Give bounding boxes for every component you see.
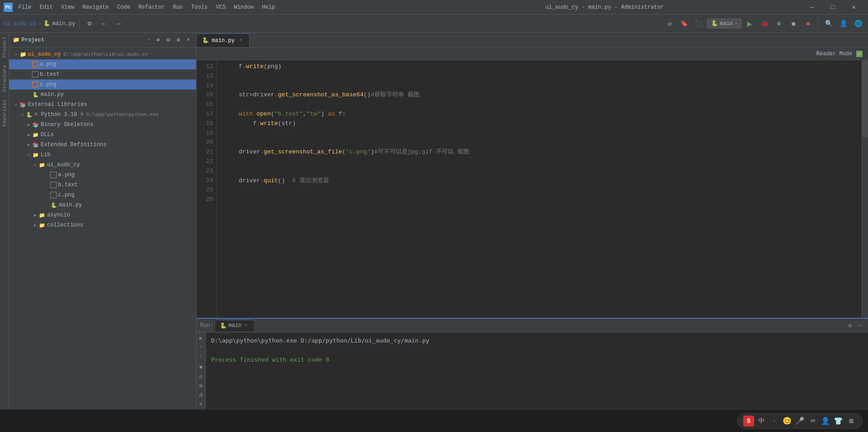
tree-expand-lib[interactable]: ▾ (26, 152, 32, 158)
maximize-button[interactable]: □ (822, 0, 843, 15)
project-label[interactable]: Project (1, 33, 8, 61)
menu-help[interactable]: Help (258, 3, 279, 11)
menu-file[interactable]: File (15, 3, 35, 11)
terminal-run-button[interactable]: ▶ (197, 334, 205, 342)
terminal-btn-4[interactable]: ⊟ (197, 373, 205, 380)
tab-label: main.py (212, 37, 234, 44)
minimap-thumb[interactable] (863, 60, 868, 137)
terminal-tab-main[interactable]: 🐍 main × (215, 320, 254, 332)
menu-window[interactable]: Window (230, 3, 257, 11)
ime-emoji-button[interactable]: 😊 (782, 416, 793, 427)
bookmark-button[interactable]: 🔖 (678, 17, 691, 30)
tab-bar: 🐍 main.py × (197, 33, 868, 47)
menu-navigate[interactable]: Navigate (79, 3, 112, 11)
project-locate-button[interactable]: ⊕ (154, 36, 162, 44)
terminal-settings-button[interactable]: ⚙ (846, 321, 854, 330)
menu-refactor[interactable]: Refactor (135, 3, 169, 11)
add-user-button[interactable]: 👤 (837, 17, 850, 30)
tree-python-item[interactable]: ▾ 🐍 < Python 3.10 > D:\app\python\python… (9, 110, 196, 120)
menu-edit[interactable]: Edit (36, 3, 57, 11)
navigate-forward-button[interactable]: → (112, 17, 125, 30)
run-stop-button[interactable]: ■ (802, 17, 815, 30)
tree-extended-defs[interactable]: ▶ 📚 Extended Definitions (9, 140, 196, 150)
tree-lib-btext[interactable]: b.text (9, 180, 196, 190)
menu-view[interactable]: View (58, 3, 78, 11)
project-settings-button2[interactable]: ⚙ (174, 36, 182, 44)
project-close-button[interactable]: × (184, 36, 192, 44)
breadcrumb-project[interactable]: ui_audo_cy (4, 21, 37, 27)
ime-widget: S 中 · 😊 🎤 ⌨ 👤 👕 ⊞ (737, 413, 863, 429)
tree-asyncio[interactable]: ▶ 📁 asyncio (9, 210, 196, 220)
run-profile-button[interactable]: ◉ (787, 17, 800, 30)
terminal-command: D:\app\python\python.exe D:/app/python/L… (211, 336, 863, 346)
tree-lib-mainpy[interactable]: 🐍 main.py (9, 200, 196, 210)
tree-external-libs[interactable]: ▾ 📚 External Libraries (9, 100, 196, 110)
editor-tab-mainpy[interactable]: 🐍 main.py × (197, 33, 250, 47)
ime-shirt-button[interactable]: 👕 (833, 416, 844, 427)
settings-profile-button[interactable]: 🌐 (852, 17, 864, 30)
ime-user-button[interactable]: 👤 (820, 416, 831, 427)
terminal-button[interactable]: ⬛ (692, 17, 705, 30)
tree-expand-root[interactable]: ▾ (13, 51, 19, 58)
terminal-btn-5[interactable]: ⊞ (197, 382, 205, 389)
ime-cn-button[interactable]: 中 (756, 416, 767, 427)
menu-tools[interactable]: Tools (187, 3, 211, 11)
tree-lib-uiaudo[interactable]: ▾ 📁 ui_audo_cy (9, 160, 196, 170)
code-content[interactable]: f.write(png) str=driver.get_screenshot_a… (217, 60, 862, 318)
tree-expand-libuiaudo[interactable]: ▾ (32, 162, 38, 168)
tree-lib-cpng[interactable]: c.png (9, 190, 196, 200)
favorites-label[interactable]: Favorites (1, 96, 8, 130)
tree-expand-dlls[interactable]: ▶ (26, 132, 32, 138)
reader-mode-checkbox[interactable]: ✓ (856, 51, 863, 57)
run-config-section: ↺ 🔖 ⬛ 🐍 main ▾ ▶ 🐞 ⊙ ◉ ■ 🔍 👤 🌐 (663, 17, 864, 30)
ime-keyboard-button[interactable]: ⌨ (807, 416, 818, 427)
tree-item-apng[interactable]: a.png (9, 59, 196, 69)
terminal-btn-7[interactable]: ⊕ (197, 400, 205, 407)
project-collapse-button[interactable]: ⊟ (164, 36, 172, 44)
no-arrow-2 (26, 71, 32, 78)
ime-mic-button[interactable]: 🎤 (794, 416, 805, 427)
project-title-dropdown[interactable]: ▾ (148, 37, 150, 42)
tree-item-cpng[interactable]: c.png (9, 79, 196, 90)
run-debug-button[interactable]: 🐞 (758, 17, 771, 30)
tree-item-mainpy[interactable]: 🐍 main.py (9, 90, 196, 100)
tree-dlls[interactable]: ▶ 📁 DLLs (9, 130, 196, 140)
structure-label[interactable]: Structure (1, 61, 8, 95)
tree-binary-skeletons[interactable]: ▶ 📚 Binary Skeletons (9, 120, 196, 130)
tree-item-btext[interactable]: b.text (9, 69, 196, 79)
update-button[interactable]: ↺ (663, 17, 676, 30)
terminal-content[interactable]: D:\app\python\python.exe D:/app/python/L… (206, 332, 868, 409)
tree-lib[interactable]: ▾ 📁 Lib (9, 150, 196, 160)
terminal-scroll-up[interactable]: ↑ (197, 343, 205, 351)
tree-collections[interactable]: ▶ 📁 collections (9, 220, 196, 230)
tree-expand-collections[interactable]: ▶ (32, 222, 38, 228)
terminal-btn-3[interactable]: ■ (197, 364, 205, 371)
project-settings-button[interactable]: ⚙ (83, 17, 96, 30)
tree-expand-asyncio[interactable]: ▶ (32, 212, 38, 218)
tree-root-item[interactable]: ▾ 📁 ui_audo_cy D:\app\python\Lib\ui_audo… (9, 49, 196, 59)
run-coverage-button[interactable]: ⊙ (772, 17, 785, 30)
menu-code[interactable]: Code (113, 3, 134, 11)
tree-expand-extdefs[interactable]: ▶ (26, 142, 32, 148)
tree-lib-apng[interactable]: a.png (9, 170, 196, 180)
run-config-dropdown[interactable]: 🐍 main ▾ (707, 19, 741, 28)
ime-grid-button[interactable]: ⊞ (846, 416, 857, 427)
search-everywhere-button[interactable]: 🔍 (822, 17, 835, 30)
run-play-button[interactable]: ▶ (743, 17, 756, 30)
breadcrumb-file[interactable]: main.py (52, 21, 75, 27)
ime-dot-button[interactable]: · (769, 416, 780, 427)
tree-btext-label: b.text (40, 71, 59, 78)
terminal-btn-6[interactable]: 🖨 (197, 391, 205, 398)
menu-run[interactable]: Run (169, 3, 186, 11)
tree-expand-python[interactable]: ▾ (19, 111, 26, 118)
tree-expand-binary[interactable]: ▶ (26, 121, 32, 128)
terminal-collapse-button[interactable]: — (856, 321, 864, 330)
menu-vcs[interactable]: VCS (212, 3, 229, 11)
tab-close-button[interactable]: × (237, 37, 244, 44)
navigate-back-button[interactable]: ← (98, 17, 111, 30)
tree-expand-ext[interactable]: ▾ (13, 101, 19, 108)
minimize-button[interactable]: — (801, 0, 822, 15)
terminal-tab-close[interactable]: × (244, 323, 249, 328)
terminal-scroll-down[interactable]: ↓ (197, 353, 205, 360)
close-button[interactable]: ✕ (843, 0, 864, 15)
